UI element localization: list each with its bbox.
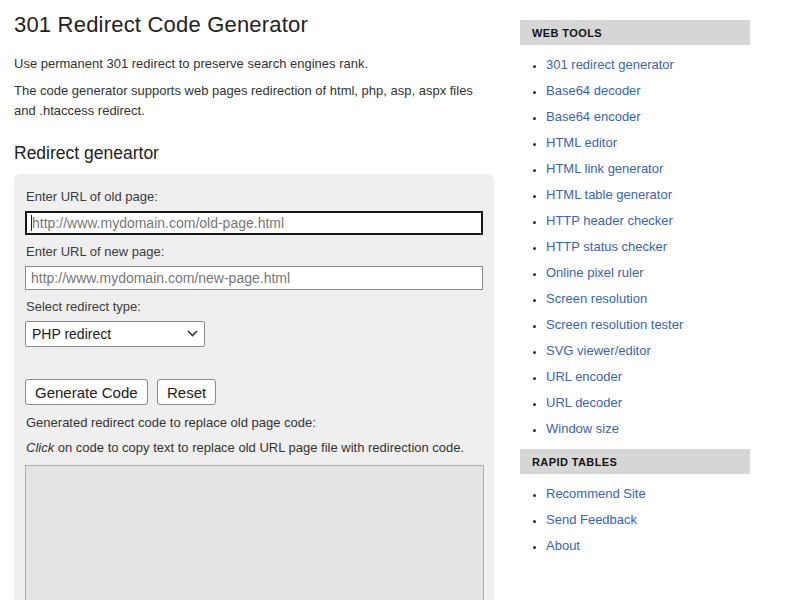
new-url-label: Enter URL of new page: [26, 244, 483, 259]
rapid-tables-heading: RAPID TABLES [520, 449, 750, 474]
generated-code-textarea[interactable] [25, 465, 484, 600]
sidebar-link-base64-decoder[interactable]: Base64 decoder [546, 83, 641, 98]
list-item: HTTP status checker [546, 240, 750, 253]
list-item: HTML editor [546, 136, 750, 149]
output-label: Generated redirect code to replace old p… [26, 415, 483, 431]
sidebar-link-http-header-checker[interactable]: HTTP header checker [546, 213, 673, 228]
generate-code-button[interactable]: Generate Code [25, 379, 148, 405]
page: { "page": { "title": "301 Redirect Code … [0, 0, 800, 600]
rapid-tables-list: Recommend Site Send Feedback About [520, 487, 750, 552]
sidebar-link-window-size[interactable]: Window size [546, 421, 619, 436]
list-item: URL encoder [546, 370, 750, 383]
list-item: Online pixel ruler [546, 266, 750, 279]
sidebar-link-about[interactable]: About [546, 538, 580, 553]
section-heading: Redirect geneartor [14, 143, 494, 164]
redirect-type-label: Select redirect type: [26, 299, 483, 314]
list-item: Recommend Site [546, 487, 750, 500]
reset-button[interactable]: Reset [157, 379, 216, 405]
sidebar-link-svg-viewer-editor[interactable]: SVG viewer/editor [546, 343, 651, 358]
sidebar-link-screen-resolution[interactable]: Screen resolution [546, 291, 647, 306]
list-item: Send Feedback [546, 513, 750, 526]
main-content: 301 Redirect Code Generator Use permanen… [14, 8, 494, 600]
output-hint-italic: Click [26, 440, 54, 455]
output-hint: Click on code to copy text to replace ol… [26, 440, 483, 456]
sidebar-link-url-decoder[interactable]: URL decoder [546, 395, 622, 410]
sidebar-link-base64-encoder[interactable]: Base64 encoder [546, 109, 641, 124]
list-item: Screen resolution tester [546, 318, 750, 331]
old-url-input[interactable] [25, 211, 483, 235]
redirect-type-select[interactable]: PHP redirect [25, 321, 205, 347]
list-item: Base64 encoder [546, 110, 750, 123]
sidebar-link-html-link-generator[interactable]: HTML link generator [546, 161, 663, 176]
sidebar-link-html-table-generator[interactable]: HTML table generator [546, 187, 672, 202]
output-hint-rest: on code to copy text to replace old URL … [54, 440, 464, 455]
sidebar-link-online-pixel-ruler[interactable]: Online pixel ruler [546, 265, 644, 280]
redirect-generator-form: Enter URL of old page: Enter URL of new … [14, 174, 494, 600]
web-tools-heading: WEB TOOLS [520, 20, 750, 45]
sidebar-link-recommend-site[interactable]: Recommend Site [546, 486, 646, 501]
sidebar-link-send-feedback[interactable]: Send Feedback [546, 512, 637, 527]
web-tools-list: 301 redirect generator Base64 decoder Ba… [520, 58, 750, 435]
sidebar: WEB TOOLS 301 redirect generator Base64 … [520, 20, 750, 566]
list-item: HTML table generator [546, 188, 750, 201]
list-item: HTML link generator [546, 162, 750, 175]
text-caret [31, 215, 32, 231]
list-item: SVG viewer/editor [546, 344, 750, 357]
list-item: 301 redirect generator [546, 58, 750, 71]
sidebar-link-http-status-checker[interactable]: HTTP status checker [546, 239, 667, 254]
list-item: URL decoder [546, 396, 750, 409]
old-url-label: Enter URL of old page: [26, 189, 483, 204]
list-item: About [546, 539, 750, 552]
sidebar-link-url-encoder[interactable]: URL encoder [546, 369, 622, 384]
page-title: 301 Redirect Code Generator [14, 12, 494, 38]
list-item: Screen resolution [546, 292, 750, 305]
new-url-input[interactable] [25, 266, 483, 290]
list-item: HTTP header checker [546, 214, 750, 227]
list-item: Base64 decoder [546, 84, 750, 97]
intro-line-2: The code generator supports web pages re… [14, 81, 492, 121]
sidebar-link-screen-resolution-tester[interactable]: Screen resolution tester [546, 317, 683, 332]
sidebar-link-301-redirect-generator[interactable]: 301 redirect generator [546, 57, 674, 72]
sidebar-link-html-editor[interactable]: HTML editor [546, 135, 617, 150]
intro-line-1: Use permanent 301 redirect to preserve s… [14, 54, 492, 74]
list-item: Window size [546, 422, 750, 435]
